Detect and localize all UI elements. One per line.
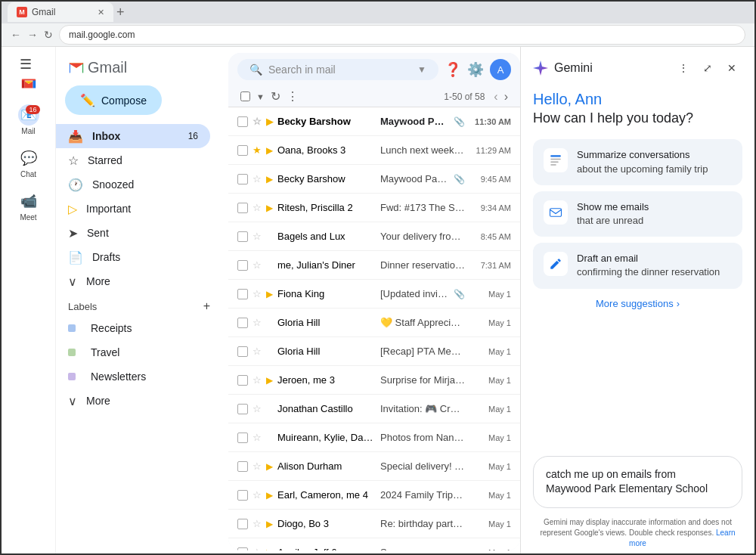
nav-item-snoozed[interactable]: 🕐 Snoozed — [56, 172, 210, 197]
table-row[interactable]: ☆ ▶ Jonathan Castillo Invitation: 🎮 Crow… — [228, 395, 520, 423]
nav-item-labels-more[interactable]: ∨ More — [56, 389, 210, 413]
row-checkbox[interactable] — [237, 318, 248, 328]
suggestion-show-unread[interactable]: Show me emails that are unread — [533, 191, 742, 237]
search-bar[interactable]: 🔍 Search in mail ▼ — [237, 59, 438, 80]
labels-add-icon[interactable]: + — [203, 299, 210, 313]
gemini-input-area[interactable]: catch me up on emails from Maywood Park … — [533, 456, 742, 508]
star-icon[interactable]: ☆ — [253, 317, 262, 328]
row-checkbox[interactable] — [237, 203, 248, 213]
table-row[interactable]: ☆ ▶ Becky Barshow Maywood Park Elementar… — [228, 107, 520, 136]
help-icon[interactable]: ❓ — [445, 61, 461, 78]
table-row[interactable]: ☆ ▶ Muireann, Kylie, David Photos from N… — [228, 423, 520, 452]
row-checkbox[interactable] — [237, 519, 248, 529]
star-icon[interactable]: ☆ — [253, 202, 262, 213]
address-bar[interactable]: mail.google.com — [59, 25, 745, 45]
back-button[interactable]: ← — [11, 29, 21, 41]
gemini-expand-button[interactable]: ⤢ — [697, 57, 718, 79]
suggestion-summarize-text: Summarize conversations about the upcomi… — [577, 148, 708, 175]
email-sender: Oana, Brooks 3 — [277, 144, 376, 156]
row-checkbox[interactable] — [237, 375, 248, 386]
star-icon[interactable]: ☆ — [253, 489, 262, 501]
new-tab-button[interactable]: + — [116, 5, 125, 20]
svg-rect-2 — [550, 159, 561, 160]
compose-button[interactable]: ✏️ Compose — [65, 85, 162, 115]
sidebar-meet-item[interactable]: 📹 Meet — [12, 186, 45, 226]
row-checkbox[interactable] — [237, 346, 248, 357]
nav-item-more[interactable]: ∨ More — [56, 269, 210, 293]
star-icon[interactable]: ☆ — [253, 460, 262, 472]
table-row[interactable]: ★ ▶ Oana, Brooks 3 Lunch next week? — Th… — [228, 136, 520, 165]
star-icon[interactable]: ★ — [253, 144, 262, 156]
star-icon[interactable]: ☆ — [253, 116, 262, 127]
page-prev-icon[interactable]: ‹ — [494, 90, 497, 104]
gemini-more-button[interactable]: ⋮ — [673, 57, 694, 79]
summarize-icon — [544, 148, 568, 172]
table-row[interactable]: ☆ ▶ Earl, Cameron, me 4 2024 Family Trip… — [228, 481, 520, 510]
table-row[interactable]: ☆ ▶ Gloria Hill [Recap] PTA Meeting: May… — [228, 337, 520, 366]
select-dropdown-icon[interactable]: ▼ — [256, 92, 265, 101]
tab-close-button[interactable]: ✕ — [98, 8, 104, 17]
star-icon[interactable]: ☆ — [253, 288, 262, 299]
row-checkbox[interactable] — [237, 547, 248, 551]
row-checkbox[interactable] — [237, 433, 248, 443]
star-icon[interactable]: ☆ — [253, 231, 262, 242]
star-icon[interactable]: ☆ — [253, 173, 262, 184]
nav-item-travel[interactable]: Travel — [56, 340, 210, 364]
nav-item-drafts[interactable]: 📄 Drafts — [56, 245, 210, 269]
table-row[interactable]: ☆ ▶ me, Julian's Diner Dinner reservatio… — [228, 251, 520, 280]
table-row[interactable]: ☆ ▶ Fiona King [Updated invitation] Summ… — [228, 280, 520, 309]
star-icon[interactable]: ☆ — [253, 346, 262, 357]
row-checkbox[interactable] — [237, 404, 248, 414]
star-icon[interactable]: ☆ — [253, 547, 262, 550]
row-checkbox[interactable] — [237, 289, 248, 299]
row-checkbox[interactable] — [237, 260, 248, 271]
star-icon[interactable]: ☆ — [253, 259, 262, 271]
more-suggestions-link[interactable]: More suggestions › — [521, 289, 754, 318]
forward-button[interactable]: → — [27, 29, 38, 41]
row-checkbox[interactable] — [237, 461, 248, 472]
star-icon[interactable]: ☆ — [253, 403, 262, 414]
row-checkbox[interactable] — [237, 490, 248, 501]
user-avatar[interactable]: A — [490, 59, 511, 80]
row-checkbox[interactable] — [237, 116, 248, 127]
search-dropdown-icon[interactable]: ▼ — [417, 64, 426, 75]
table-row[interactable]: ☆ ▶ Ritesh, Priscilla 2 Fwd: #173 The Su… — [228, 194, 520, 222]
reload-button[interactable]: ↻ — [44, 29, 53, 41]
email-time: May 1 — [469, 347, 511, 356]
table-row[interactable]: ☆ ▶ Jeroen, me 3 Surprise for Mirjam's B… — [228, 366, 520, 395]
star-icon[interactable]: ☆ — [253, 518, 262, 529]
nav-item-inbox[interactable]: 📥 Inbox 16 — [56, 124, 210, 148]
gemini-panel: Gemini ⋮ ⤢ ✕ Hello, Ann How can I help y… — [520, 47, 754, 555]
gemini-close-button[interactable]: ✕ — [721, 57, 742, 79]
table-row[interactable]: ☆ ▶ Becky Barshow Maywood Park Elementar… — [228, 165, 520, 194]
important-icon: ▶ — [266, 289, 273, 299]
table-row[interactable]: ☆ ▶ Annika, Jeff 6 Summer camp coordinat… — [228, 538, 520, 550]
nav-item-starred[interactable]: ☆ Starred — [56, 148, 210, 172]
refresh-icon[interactable]: ↻ — [271, 89, 280, 104]
row-checkbox[interactable] — [237, 174, 248, 184]
sidebar-mail-item[interactable]: 📧 16 Mail — [12, 100, 45, 140]
more-actions-icon[interactable]: ⋮ — [287, 89, 299, 104]
hamburger-menu-icon[interactable]: ☰ — [14, 53, 38, 76]
select-all-checkbox[interactable] — [240, 91, 250, 101]
nav-item-receipts[interactable]: Receipts — [56, 316, 210, 340]
table-row[interactable]: ☆ ▶ Diogo, Bo 3 Re: birthday party logis… — [228, 510, 520, 538]
row-checkbox[interactable] — [237, 231, 248, 242]
row-checkbox[interactable] — [237, 145, 248, 156]
nav-item-sent[interactable]: ➤ Sent — [56, 221, 210, 245]
nav-item-newsletters[interactable]: Newsletters — [56, 364, 210, 389]
star-icon[interactable]: ☆ — [253, 432, 262, 443]
email-subject: Maywood Park Elementary: Fiel... — [380, 116, 449, 127]
more-label: More — [86, 275, 110, 287]
suggestion-summarize[interactable]: Summarize conversations about the upcomi… — [533, 139, 742, 184]
settings-icon[interactable]: ⚙️ — [467, 61, 484, 78]
active-tab[interactable]: M Gmail ✕ — [8, 2, 113, 22]
sidebar-chat-item[interactable]: 💬 Chat — [12, 143, 45, 183]
star-icon[interactable]: ☆ — [253, 374, 262, 386]
table-row[interactable]: ☆ ▶ Bagels and Lux Your delivery from Ba… — [228, 222, 520, 251]
table-row[interactable]: ☆ ▶ Gloria Hill 💛 Staff Appreciation Wee… — [228, 309, 520, 337]
page-next-icon[interactable]: › — [504, 90, 508, 104]
nav-item-important[interactable]: ▷ Important — [56, 197, 210, 221]
table-row[interactable]: ☆ ▶ Alison Durham Special delivery! This… — [228, 452, 520, 481]
suggestion-draft-email[interactable]: Draft an email confirming the dinner res… — [533, 243, 742, 288]
